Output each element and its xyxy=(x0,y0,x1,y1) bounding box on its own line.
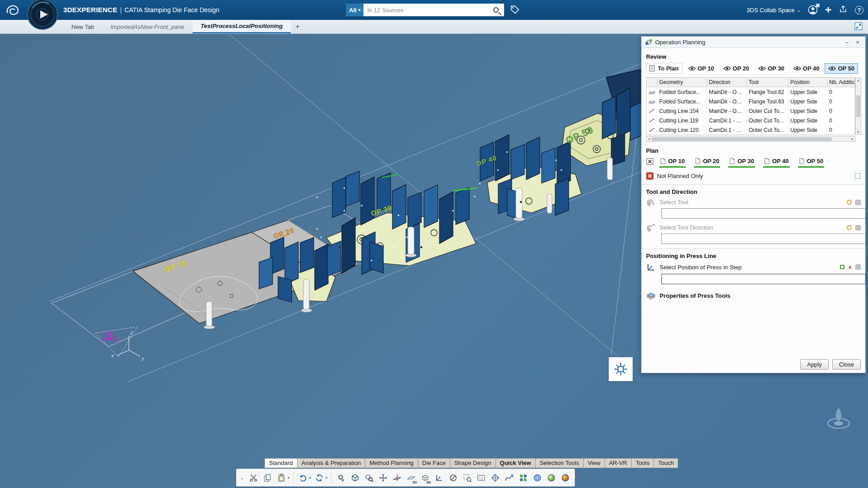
column-header-position[interactable]: Position xyxy=(788,78,827,87)
globe-icon[interactable] xyxy=(531,471,543,484)
scroll-right-icon[interactable]: ► xyxy=(851,137,854,141)
close-icon[interactable]: × xyxy=(854,39,862,46)
tab-tools[interactable]: Tools xyxy=(632,458,654,468)
plan-op-10[interactable]: OP 10 xyxy=(656,157,689,168)
tag-icon[interactable] xyxy=(510,5,520,16)
tab-method-planning[interactable]: Method Planning xyxy=(365,458,418,468)
tab-test-process-local-positioning[interactable]: TestProcessLocalPositioning xyxy=(193,20,291,33)
search-filter-dropdown[interactable]: All ▾ xyxy=(346,4,363,16)
share-icon[interactable] xyxy=(839,5,848,15)
collab-space-selector[interactable]: 3DS Collab Space ⌄ xyxy=(746,7,801,14)
scroll-down-icon[interactable]: ▼ xyxy=(857,131,860,134)
search-input[interactable] xyxy=(363,7,493,14)
undo-icon[interactable] xyxy=(297,471,309,484)
list-picker-icon[interactable] xyxy=(855,200,861,205)
view-compass-widget[interactable] xyxy=(609,357,633,381)
tab-new-tab[interactable]: New Tab xyxy=(63,20,102,33)
paste-dropdown-caret-icon[interactable]: ▾ xyxy=(288,476,289,480)
color-tiles-icon[interactable] xyxy=(517,471,529,484)
tab-analysis-preparation[interactable]: Analysis & Preparation xyxy=(297,458,366,468)
keypad-icon[interactable] xyxy=(475,471,487,484)
clear-selection-icon[interactable]: × xyxy=(848,264,852,271)
cell-direction: MainDir - OP 50 xyxy=(707,87,747,97)
compass-menu-icon[interactable] xyxy=(27,0,58,32)
tab-standard[interactable]: Standard xyxy=(264,458,297,468)
plan-op-20[interactable]: OP 20 xyxy=(691,157,723,168)
to-plan-button[interactable]: To Plan xyxy=(646,63,683,74)
undo-dropdown-caret-icon[interactable]: ▾ xyxy=(309,476,311,480)
panel-title-bar[interactable]: Operation Planning – × xyxy=(642,37,865,48)
tab-die-face[interactable]: Die Face xyxy=(418,458,450,468)
axis-system-icon[interactable] xyxy=(433,471,445,484)
zoom-icon[interactable] xyxy=(363,471,375,484)
fullscreen-icon[interactable] xyxy=(854,22,863,32)
view-3d-icon[interactable]: 3D xyxy=(419,471,431,484)
update-icon[interactable] xyxy=(313,471,325,484)
scrollbar-thumb[interactable] xyxy=(856,95,860,117)
fit-all-icon[interactable] xyxy=(349,471,361,484)
cell-direction: MainDir - OP 50 xyxy=(707,106,747,116)
view-2d-icon[interactable]: 2D xyxy=(405,471,417,484)
section-view-icon[interactable] xyxy=(391,471,403,484)
tab-touch[interactable]: Touch xyxy=(654,458,679,468)
close-button[interactable]: Close xyxy=(832,359,861,370)
tab-imported-front-panel[interactable]: ImportedAsNew-Front_pane xyxy=(102,20,192,33)
paste-icon[interactable] xyxy=(275,471,287,484)
review-op-20[interactable]: OP 20 xyxy=(720,63,753,74)
hide-show-icon[interactable] xyxy=(447,471,459,484)
table-horizontal-scrollbar[interactable]: ◄ ► xyxy=(646,136,855,142)
review-op-50[interactable]: OP 50 xyxy=(825,63,858,74)
update-dropdown-caret-icon[interactable]: ▾ xyxy=(326,476,327,480)
tab-view[interactable]: View xyxy=(584,458,605,468)
plan-op-50[interactable]: OP 50 xyxy=(795,157,827,168)
apply-button[interactable]: Apply xyxy=(800,359,829,370)
review-op-40[interactable]: OP 40 xyxy=(790,63,823,74)
tab-shape-design[interactable]: Shape Design xyxy=(450,458,496,468)
list-picker-icon[interactable] xyxy=(855,264,861,270)
select-tool-direction-input[interactable] xyxy=(661,234,866,244)
help-icon[interactable]: ? xyxy=(855,6,863,14)
tab-quick-view[interactable]: Quick View xyxy=(496,458,536,468)
review-op-30[interactable]: OP 30 xyxy=(755,63,788,74)
column-header-tool[interactable]: Tool xyxy=(747,78,788,87)
column-header-nb-additional[interactable]: Nb. Additional.. xyxy=(827,78,855,87)
sketch-curve-icon[interactable] xyxy=(503,471,515,484)
document-tab-bar: New Tab ImportedAsNew-Front_pane TestPro… xyxy=(0,20,868,34)
user-avatar[interactable] xyxy=(808,5,818,15)
column-header-icon[interactable] xyxy=(646,78,657,87)
scroll-up-icon[interactable]: ▲ xyxy=(857,79,860,82)
plan-op-label: OP 30 xyxy=(737,158,754,164)
cut-icon[interactable] xyxy=(247,471,259,484)
select-position-input[interactable] xyxy=(661,274,866,284)
material-sphere-icon[interactable] xyxy=(559,471,571,484)
properties-press-tools-row[interactable]: Properties of Press Tools xyxy=(646,291,861,300)
table-vertical-scrollbar[interactable]: ▲ ▼ xyxy=(855,78,861,135)
ambient-compass-icon[interactable] xyxy=(825,405,853,435)
tab-selection-tools[interactable]: Selection Tools xyxy=(536,458,584,468)
select-tool-input[interactable] xyxy=(661,208,866,219)
plan-op-30[interactable]: OP 30 xyxy=(726,157,758,168)
minimize-icon[interactable]: – xyxy=(843,39,851,46)
collapse-toolbar-icon[interactable]: ⌄ xyxy=(240,475,244,481)
gear-pointer-icon[interactable] xyxy=(335,471,347,484)
plan-op-40[interactable]: OP 40 xyxy=(760,157,793,168)
selection-status-icon xyxy=(847,200,852,205)
render-style-sphere-icon[interactable] xyxy=(545,471,557,484)
add-tab-button[interactable]: + xyxy=(291,22,304,31)
isolate-box-icon[interactable] xyxy=(461,471,473,484)
tab-ar-vr[interactable]: AR-VR xyxy=(605,458,632,468)
column-header-geometry[interactable]: Geometry xyxy=(657,78,707,87)
pan-icon[interactable] xyxy=(377,471,389,484)
scroll-left-icon[interactable]: ◄ xyxy=(647,137,651,141)
review-op-10[interactable]: OP 10 xyxy=(684,63,718,74)
unplan-box-icon[interactable] xyxy=(646,158,654,167)
scrollbar-thumb[interactable] xyxy=(651,137,832,141)
copy-icon[interactable] xyxy=(261,471,273,484)
folded-surface-icon xyxy=(648,89,655,95)
list-picker-icon[interactable] xyxy=(855,225,861,230)
not-planned-only-checkbox[interactable] xyxy=(855,173,861,179)
column-header-direction[interactable]: Direction xyxy=(707,78,747,87)
search-icon[interactable] xyxy=(493,7,499,13)
diamond-view-icon[interactable] xyxy=(489,471,501,484)
add-content-icon[interactable]: + xyxy=(825,5,831,14)
